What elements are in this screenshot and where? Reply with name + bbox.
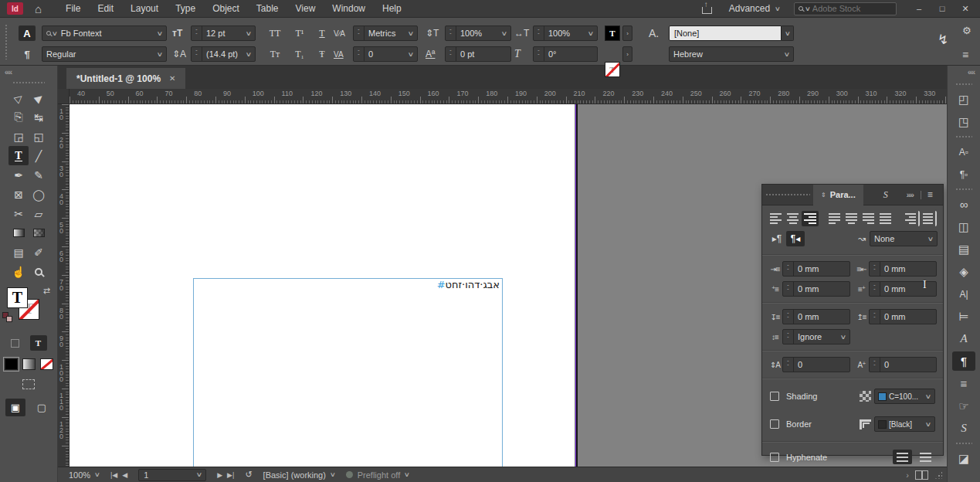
first-page-button[interactable]: |◀ xyxy=(110,471,117,479)
swap-fill-stroke-icon[interactable]: ⇄ xyxy=(43,286,50,296)
panel-grip[interactable] xyxy=(5,24,8,59)
scissors-tool[interactable]: ✂ xyxy=(8,204,29,223)
minimize-button[interactable]: – xyxy=(907,0,931,18)
paragraph-formatting-button[interactable]: ¶ xyxy=(19,46,36,62)
stepper-icon[interactable]: ˆˇ xyxy=(783,358,794,372)
collapse-panel-icon[interactable]: «« xyxy=(0,66,57,79)
maximize-button[interactable]: □ xyxy=(931,0,954,18)
collapse-dock-icon[interactable]: «« xyxy=(948,66,980,79)
close-button[interactable]: ✕ xyxy=(954,0,977,18)
space-between-paragraphs-combo[interactable]: ↕≡ ˆˇIgnore∨ xyxy=(768,329,854,345)
stepper-icon[interactable]: ˆˇ xyxy=(446,26,456,40)
left-indent-field[interactable]: ⇥≡ ˆˇ0 mm xyxy=(768,261,854,277)
align-away-from-spine-button[interactable] xyxy=(921,211,937,226)
preflight-profile-combo[interactable]: [Basic] (working) ∨ xyxy=(263,470,335,480)
panel-grip[interactable] xyxy=(955,135,972,139)
content-placer-tool[interactable]: ◱ xyxy=(29,127,49,146)
glyphs-panel-icon[interactable]: A xyxy=(952,329,975,348)
shading-settings-icon[interactable] xyxy=(860,391,871,402)
stepper-icon[interactable]: ˆˇ xyxy=(870,282,880,296)
view-options-icon[interactable] xyxy=(22,379,35,389)
search-input[interactable] xyxy=(812,4,883,13)
chevron-down-icon[interactable]: ∨ xyxy=(246,51,253,58)
gradient-swatch-tool[interactable] xyxy=(8,223,29,243)
last-line-indent-field[interactable]: ≡⁺ ˆˇ0 mm xyxy=(854,281,941,297)
menu-edit[interactable]: Edit xyxy=(89,0,122,18)
apply-gradient-button[interactable] xyxy=(22,358,36,370)
stroke-color-swatch[interactable]: T xyxy=(605,62,620,77)
stepper-icon[interactable]: ˆˇ xyxy=(534,47,544,61)
next-page-button[interactable]: ▶ xyxy=(217,471,222,479)
pencil-tool[interactable]: ✎ xyxy=(29,165,49,185)
layers-panel-icon[interactable]: ◈ xyxy=(952,262,975,281)
effects-panel-icon[interactable]: ◪ xyxy=(952,449,975,468)
menu-help[interactable]: Help xyxy=(374,0,410,18)
swashes-panel-icon[interactable]: S xyxy=(952,419,975,438)
expand-panels-icon[interactable]: »» xyxy=(907,191,921,199)
kerning-field[interactable]: ˆˇ Metrics ∨ xyxy=(353,25,418,41)
stepper-icon[interactable]: ˆˇ xyxy=(192,26,202,40)
stepper-icon[interactable]: ˆˇ xyxy=(783,262,794,276)
last-page-button[interactable]: ▶| xyxy=(227,471,234,479)
font-family-combo[interactable]: ∨ Fb Fontext ∨ xyxy=(42,25,167,41)
gear-icon[interactable]: ⚙ xyxy=(962,22,972,38)
previous-page-button[interactable]: ◀ xyxy=(122,471,127,479)
character-styles-panel-icon[interactable]: A▫ xyxy=(952,142,975,161)
underline-button[interactable]: T xyxy=(312,25,332,41)
frame-tool[interactable]: ⊠ xyxy=(8,185,29,204)
chevron-down-icon[interactable]: ∨ xyxy=(840,334,847,341)
justify-last-center-button[interactable] xyxy=(843,211,860,226)
chevron-down-icon[interactable]: ∨ xyxy=(927,236,934,243)
chevron-down-icon[interactable]: ∨ xyxy=(246,30,253,37)
chevron-down-icon[interactable]: ∨ xyxy=(408,30,415,37)
paragraph-composer-button-2[interactable] xyxy=(916,450,935,464)
direct-selection-tool[interactable]: ▶ xyxy=(29,88,49,107)
screen-mode-normal-button[interactable]: ▣ xyxy=(5,399,25,416)
formatting-affects-container-button[interactable] xyxy=(11,339,19,348)
align-toward-spine-button[interactable] xyxy=(903,211,919,226)
stock-search-box[interactable]: ∨ xyxy=(794,2,897,15)
shading-color-combo[interactable]: C=100... ∨ xyxy=(874,389,935,404)
content-collector-tool[interactable]: ◲ xyxy=(8,127,29,146)
stepper-icon[interactable]: ˆˇ xyxy=(446,47,456,61)
align-panel-icon[interactable]: ⊨ xyxy=(952,307,975,326)
formatting-affects-text-button[interactable]: T xyxy=(30,335,47,351)
paragraph-composer-button-1[interactable] xyxy=(893,450,912,464)
text-frame[interactable]: אבג·דהו·זחט# xyxy=(193,278,503,467)
chevron-down-icon[interactable]: ∨ xyxy=(408,51,415,58)
font-style-combo[interactable]: Regular ∨ xyxy=(42,46,167,62)
links-panel-icon[interactable]: ∞ xyxy=(952,195,975,214)
workspace-switcher[interactable]: Advanced ∨ xyxy=(729,3,780,14)
character-style-combo[interactable]: [None] xyxy=(669,25,782,41)
close-tab-icon[interactable]: ✕ xyxy=(169,74,175,83)
page-number-combo[interactable]: 1 ∨ xyxy=(138,469,206,481)
drop-cap-chars-field[interactable]: A⁺ ˆˇ0 xyxy=(854,357,941,372)
share-icon[interactable]: ↑ xyxy=(701,2,714,15)
superscript-button[interactable]: T¹ xyxy=(290,25,310,41)
subscript-button[interactable]: T₁ xyxy=(290,46,310,62)
kashida-combo[interactable]: None ∨ xyxy=(870,231,938,246)
stepper-icon[interactable]: ˆˇ xyxy=(783,282,794,296)
chevron-down-icon[interactable]: ∨ xyxy=(588,30,595,37)
note-tool[interactable]: ▤ xyxy=(8,243,29,262)
type-tool[interactable]: T xyxy=(8,146,29,165)
chevron-down-icon[interactable]: ∨ xyxy=(784,51,791,58)
document-tab[interactable]: *Untitled-1 @ 100% ✕ xyxy=(66,68,185,89)
justify-all-button[interactable] xyxy=(877,211,894,226)
eyedropper-tool[interactable]: ✐ xyxy=(29,243,49,262)
horizontal-scale-field[interactable]: ˆˇ 100% ∨ xyxy=(533,25,598,41)
chevron-down-icon[interactable]: ∨ xyxy=(157,30,164,37)
stepper-icon[interactable]: ˆˇ xyxy=(534,26,544,40)
gap-tool[interactable]: ↹ xyxy=(29,107,49,127)
menu-layout[interactable]: Layout xyxy=(122,0,167,18)
character-panel-icon[interactable]: A| xyxy=(952,284,975,304)
hand-tool[interactable]: ☝ xyxy=(8,262,29,281)
space-before-field[interactable]: ↧≡ ˆˇ0 mm xyxy=(768,309,854,324)
hyperlinks-panel-icon[interactable]: ☞ xyxy=(952,396,975,416)
pages-panel-icon[interactable]: ◳ xyxy=(952,112,975,131)
ltr-direction-button[interactable]: ▸¶ xyxy=(768,231,786,246)
stepper-icon[interactable]: ˆˇ xyxy=(870,358,880,372)
stepper-icon[interactable]: ˆˇ xyxy=(783,310,794,324)
border-color-combo[interactable]: [Black] ∨ xyxy=(874,416,935,432)
first-line-indent-field[interactable]: ⁺≡ ˆˇ0 mm xyxy=(768,281,854,297)
